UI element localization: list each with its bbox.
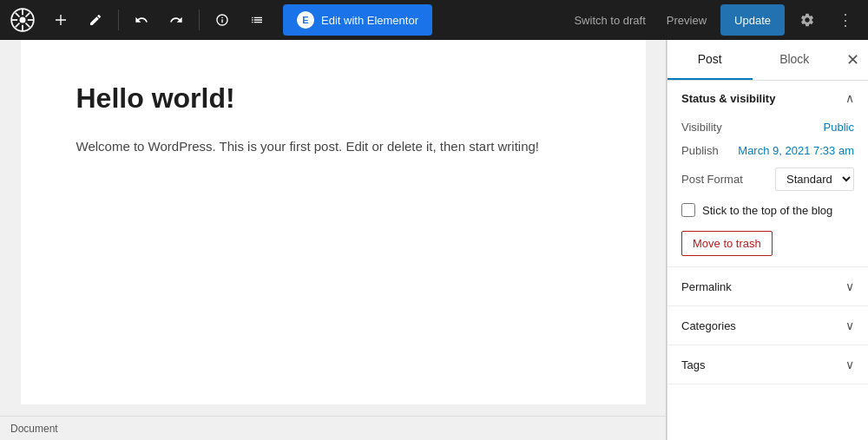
permalink-section: Permalink ∨ — [667, 267, 868, 306]
sidebar-close-button[interactable]: ✕ — [837, 40, 868, 80]
visibility-label: Visibility — [681, 121, 722, 134]
categories-title: Categories — [681, 319, 736, 332]
publish-label: Publish — [681, 144, 719, 157]
tags-header[interactable]: Tags ∨ — [667, 345, 868, 384]
permalink-title: Permalink — [681, 280, 732, 293]
tab-block[interactable]: Block — [753, 40, 838, 80]
settings-button[interactable] — [792, 4, 823, 36]
sidebar-tabs: Post Block ✕ — [667, 40, 868, 81]
categories-section: Categories ∨ — [667, 306, 868, 345]
toolbar: E Edit with Elementor Switch to draft Pr… — [0, 0, 868, 40]
tags-chevron-icon: ∨ — [845, 358, 854, 371]
move-trash-button[interactable]: Move to trash — [681, 231, 773, 256]
post-format-row: Post Format Standard Aside Image Video Q… — [681, 162, 854, 196]
redo-button[interactable] — [161, 4, 192, 36]
editor-area: Hello world! Welcome to WordPress. This … — [0, 40, 666, 440]
svg-line-5 — [16, 23, 20, 28]
sidebar: Post Block ✕ Status & visibility ∧ Visib… — [667, 40, 868, 440]
switch-draft-button[interactable]: Switch to draft — [567, 14, 652, 27]
more-options-button[interactable]: ⋮ — [830, 4, 861, 36]
add-block-button[interactable] — [45, 4, 76, 36]
status-visibility-header[interactable]: Status & visibility ∧ — [667, 81, 868, 115]
tags-section: Tags ∨ — [667, 345, 868, 384]
post-title[interactable]: Hello world! — [76, 82, 590, 115]
svg-line-7 — [26, 23, 30, 28]
divider-2 — [199, 10, 200, 30]
elementor-button[interactable]: E Edit with Elementor — [283, 4, 432, 36]
status-visibility-section: Status & visibility ∧ Visibility Public … — [667, 81, 868, 267]
svg-line-9 — [26, 13, 30, 17]
publish-row: Publish March 9, 2021 7:33 am — [681, 139, 854, 162]
svg-point-1 — [20, 17, 26, 23]
list-view-button[interactable] — [241, 4, 273, 36]
svg-line-3 — [16, 13, 20, 17]
status-section-body: Visibility Public Publish March 9, 2021 … — [667, 115, 868, 266]
visibility-row: Visibility Public — [681, 115, 854, 139]
update-button[interactable]: Update — [720, 4, 785, 36]
permalink-header[interactable]: Permalink ∨ — [667, 267, 868, 305]
sidebar-content: Status & visibility ∧ Visibility Public … — [667, 81, 868, 440]
post-format-label: Post Format — [681, 173, 743, 186]
sticky-checkbox[interactable] — [681, 203, 695, 217]
publish-value[interactable]: March 9, 2021 7:33 am — [738, 144, 854, 157]
tab-post[interactable]: Post — [667, 40, 753, 80]
divider-1 — [118, 10, 119, 30]
sticky-label[interactable]: Stick to the top of the blog — [702, 204, 832, 217]
document-label: Document — [10, 423, 58, 435]
undo-button[interactable] — [126, 4, 157, 36]
status-visibility-title: Status & visibility — [681, 92, 775, 105]
editor-canvas: Hello world! Welcome to WordPress. This … — [21, 40, 646, 404]
post-format-select[interactable]: Standard Aside Image Video Quote Link Ga… — [775, 167, 854, 191]
status-chevron-icon: ∧ — [845, 91, 854, 105]
elementor-icon: E — [297, 11, 314, 29]
visibility-value[interactable]: Public — [824, 121, 854, 134]
sticky-row: Stick to the top of the blog — [681, 196, 854, 224]
editor-footer: Document — [0, 416, 666, 440]
elementor-button-label: Edit with Elementor — [321, 14, 418, 27]
info-button[interactable] — [207, 4, 238, 36]
tags-title: Tags — [681, 358, 705, 371]
categories-header[interactable]: Categories ∨ — [667, 306, 868, 345]
preview-button[interactable]: Preview — [660, 14, 713, 27]
post-content[interactable]: Welcome to WordPress. This is your first… — [76, 135, 590, 158]
wp-logo[interactable] — [7, 4, 38, 36]
permalink-chevron-icon: ∨ — [845, 279, 854, 293]
main-layout: Hello world! Welcome to WordPress. This … — [0, 40, 868, 440]
tools-button[interactable] — [80, 4, 111, 36]
categories-chevron-icon: ∨ — [845, 319, 854, 332]
toolbar-right: Switch to draft Preview Update ⋮ — [567, 4, 861, 36]
